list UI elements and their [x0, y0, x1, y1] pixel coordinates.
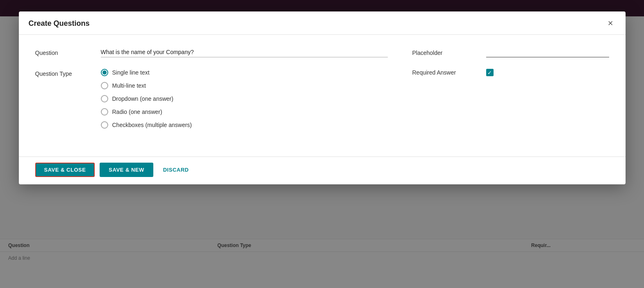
radio-option-single-line[interactable]: Single line text [101, 69, 192, 76]
save-new-button[interactable]: SAVE & NEW [100, 163, 153, 177]
radio-circle-checkboxes [101, 121, 108, 129]
question-label: Question [35, 48, 101, 56]
placeholder-input[interactable] [486, 48, 609, 57]
right-section: Placeholder Required Answer ✓ [412, 48, 609, 140]
placeholder-label: Placeholder [412, 50, 478, 56]
save-close-button[interactable]: SAVE & CLOSE [35, 163, 95, 177]
dialog-title: Create Questions [29, 19, 90, 28]
radio-option-checkboxes[interactable]: Checkboxes (multiple answers) [101, 121, 192, 129]
radio-circle-single-line [101, 69, 108, 76]
dialog-close-button[interactable]: × [605, 18, 616, 29]
discard-button[interactable]: DISCARD [158, 163, 194, 176]
radio-options-group: Single line text Multi-line text Dropdow… [101, 69, 192, 129]
radio-label-dropdown: Dropdown (one answer) [112, 95, 173, 102]
radio-label-single-line: Single line text [112, 69, 150, 76]
question-row: Question [35, 48, 388, 57]
placeholder-row: Placeholder [412, 48, 609, 57]
radio-option-dropdown[interactable]: Dropdown (one answer) [101, 95, 192, 102]
question-type-label: Question Type [35, 69, 101, 77]
radio-label-checkboxes: Checkboxes (multiple answers) [112, 122, 192, 128]
dialog-body: Question Question Type Single line text [19, 35, 626, 156]
radio-inner-single-line [102, 70, 107, 75]
question-type-row: Question Type Single line text Multi-lin… [35, 69, 388, 129]
required-answer-checkbox[interactable]: ✓ [486, 69, 494, 76]
radio-label-radio: Radio (one answer) [112, 109, 162, 115]
required-answer-label: Required Answer [412, 69, 478, 76]
radio-option-multi-line[interactable]: Multi-line text [101, 82, 192, 89]
radio-circle-dropdown [101, 95, 108, 102]
dialog-footer: SAVE & CLOSE SAVE & NEW DISCARD [19, 156, 626, 184]
radio-option-radio[interactable]: Radio (one answer) [101, 108, 192, 116]
question-field [101, 48, 388, 57]
radio-label-multi-line: Multi-line text [112, 82, 146, 89]
required-answer-row: Required Answer ✓ [412, 69, 609, 76]
radio-circle-radio [101, 108, 108, 116]
create-questions-dialog: Create Questions × Question Question Typ… [19, 11, 626, 184]
left-section: Question Question Type Single line text [35, 48, 388, 140]
dialog-header: Create Questions × [19, 11, 626, 35]
question-input[interactable] [101, 48, 388, 57]
checkbox-checkmark: ✓ [487, 70, 492, 75]
radio-circle-multi-line [101, 82, 108, 89]
